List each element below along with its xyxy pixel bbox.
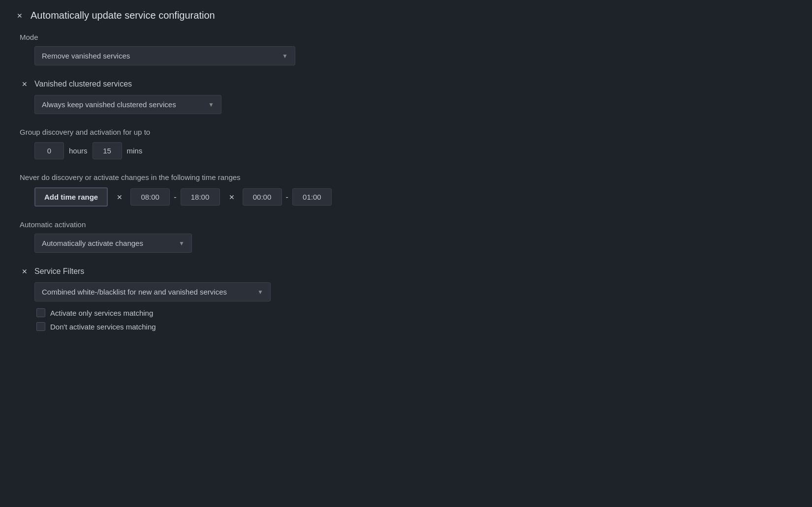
mode-label: Mode <box>20 33 797 41</box>
vanished-dropdown[interactable]: Always keep vanished clustered services … <box>34 95 221 114</box>
hours-label: hours <box>69 147 88 155</box>
service-filters-title: Service Filters <box>34 267 84 276</box>
close-icon[interactable]: ✕ <box>15 11 25 21</box>
vanished-close-icon[interactable]: ✕ <box>20 79 30 89</box>
panel-header: ✕ Automatically update service configura… <box>15 10 797 21</box>
activation-dropdown[interactable]: Automatically activate changes ▼ <box>34 234 192 253</box>
vanished-title: Vanished clustered services <box>34 80 132 89</box>
time-range-section: Never do discovery or activate changes i… <box>15 173 797 207</box>
time-controls: hours mins <box>20 142 797 159</box>
mode-dropdown[interactable]: Remove vanished services ▼ <box>34 46 295 65</box>
vanished-section: ✕ Vanished clustered services Always kee… <box>15 79 797 114</box>
time-range-2-remove-icon[interactable]: ✕ <box>225 190 239 204</box>
time-range-2-start[interactable] <box>243 188 282 206</box>
panel-title: Automatically update service configurati… <box>31 10 215 21</box>
service-filters-dropdown-value: Combined white-/blacklist for new and va… <box>42 288 227 296</box>
time-range-2-end[interactable] <box>292 188 332 206</box>
time-range-2-dash: - <box>286 193 288 202</box>
mins-input[interactable] <box>93 142 122 159</box>
time-range-label: Never do discovery or activate changes i… <box>20 173 797 181</box>
activation-section: Automatic activation Automatically activ… <box>15 220 797 253</box>
service-filters-dropdown-arrow: ▼ <box>257 289 263 296</box>
time-range-1-remove-icon[interactable]: ✕ <box>113 190 126 204</box>
time-range-controls: Add time range ✕ - ✕ - <box>20 187 797 207</box>
service-filters-close-icon[interactable]: ✕ <box>20 267 30 276</box>
service-filters-header: ✕ Service Filters <box>20 267 797 276</box>
add-time-range-button[interactable]: Add time range <box>34 187 108 207</box>
activation-dropdown-arrow: ▼ <box>179 240 185 247</box>
time-range-1-start[interactable] <box>130 188 170 206</box>
time-range-2: ✕ - <box>225 188 332 206</box>
group-section: Group discovery and activation for up to… <box>15 128 797 159</box>
activation-label: Automatic activation <box>20 220 797 229</box>
hours-input[interactable] <box>34 142 64 159</box>
checkbox-row-1: Activate only services matching <box>20 308 797 317</box>
mins-label: mins <box>127 147 143 155</box>
checkbox-row-2: Don't activate services matching <box>20 322 797 331</box>
mode-dropdown-value: Remove vanished services <box>42 52 130 60</box>
service-filters-dropdown[interactable]: Combined white-/blacklist for new and va… <box>34 282 271 301</box>
time-range-1: ✕ - <box>113 188 219 206</box>
mode-dropdown-arrow: ▼ <box>282 53 288 60</box>
mode-section: Mode Remove vanished services ▼ <box>15 33 797 65</box>
dont-activate-matching-checkbox[interactable] <box>36 322 45 331</box>
vanished-dropdown-arrow: ▼ <box>208 101 214 108</box>
dont-activate-matching-label: Don't activate services matching <box>50 323 156 331</box>
time-range-1-dash: - <box>174 193 176 202</box>
group-label: Group discovery and activation for up to <box>20 128 797 136</box>
service-filters-section: ✕ Service Filters Combined white-/blackl… <box>15 267 797 331</box>
vanished-header: ✕ Vanished clustered services <box>20 79 797 89</box>
activate-matching-label: Activate only services matching <box>50 309 153 317</box>
time-range-1-end[interactable] <box>181 188 220 206</box>
vanished-dropdown-value: Always keep vanished clustered services <box>42 100 176 109</box>
activation-dropdown-value: Automatically activate changes <box>42 239 143 247</box>
activate-matching-checkbox[interactable] <box>36 308 45 317</box>
